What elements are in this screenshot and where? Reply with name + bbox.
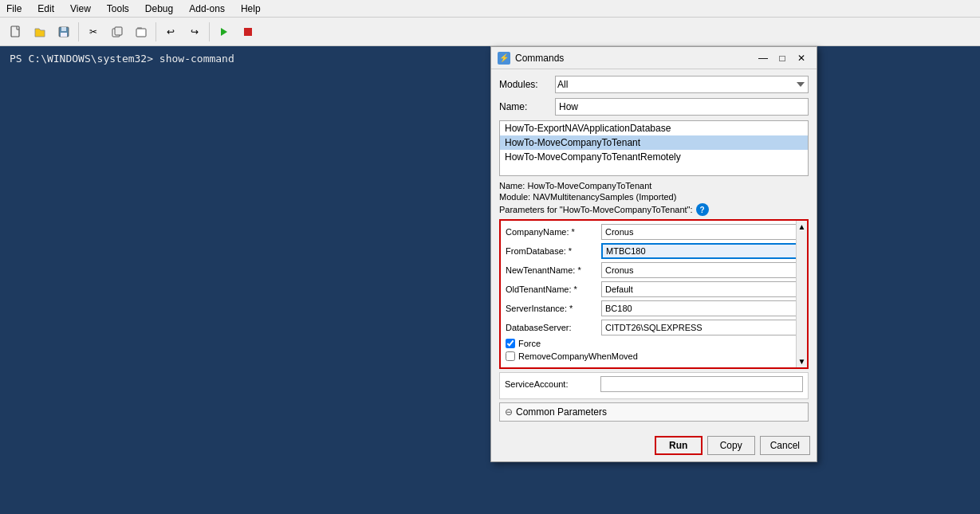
copy-button[interactable]: Copy	[707, 436, 755, 455]
extra-param-label-0: ServiceAccount:	[505, 379, 600, 389]
param-input-4[interactable]	[601, 300, 802, 316]
toolbar-copy-btn[interactable]	[106, 21, 128, 43]
help-icon[interactable]: ?	[696, 203, 709, 216]
menu-debug[interactable]: Debug	[142, 2, 176, 16]
checkbox-removecompanywhenmoved[interactable]	[506, 351, 515, 361]
dialog-titlebar: ⚡ Commands — □ ✕	[491, 47, 817, 69]
toolbar-open-btn[interactable]	[29, 21, 51, 43]
modules-select[interactable]: All	[555, 76, 809, 93]
parameters-inner-box: CompanyName: *FromDatabase: *NewTenantNa…	[499, 219, 809, 369]
extra-params: ServiceAccount:	[499, 372, 809, 399]
param-label-0: CompanyName: *	[506, 227, 601, 237]
common-parameters-row[interactable]: ⊖ Common Parameters	[499, 402, 809, 422]
svg-rect-9	[244, 28, 252, 36]
name-input[interactable]	[555, 98, 809, 116]
param-row-0: CompanyName: *	[506, 224, 802, 240]
parameters-label: Parameters for "HowTo-MoveCompanyToTenan…	[499, 205, 693, 214]
ps-prompt: PS C:\WINDOWS\system32> show-command	[10, 53, 234, 65]
info-name: Name: HowTo-MoveCompanyToTenant	[499, 181, 809, 190]
param-input-0[interactable]	[601, 224, 802, 240]
command-item-2[interactable]: HowTo-MoveCompanyToTenantRemotely	[500, 150, 808, 164]
checkbox-row-1: RemoveCompanyWhenMoved	[506, 351, 802, 361]
modules-row: Modules: All	[499, 76, 809, 93]
commands-list[interactable]: HowTo-ExportNAVApplicationDatabaseHowTo-…	[499, 120, 809, 176]
toolbar-stop-btn[interactable]	[237, 21, 259, 43]
checkbox-force[interactable]	[506, 339, 515, 348]
chevron-down-icon: ⊖	[505, 406, 513, 418]
checkbox-label-0: Force	[518, 339, 541, 348]
svg-rect-7	[136, 29, 146, 37]
menu-tools[interactable]: Tools	[104, 2, 132, 16]
dialog-minimize-btn[interactable]: —	[754, 51, 772, 65]
param-row-1: FromDatabase: *	[506, 243, 802, 259]
toolbar-redo-btn[interactable]: ↪	[183, 21, 206, 43]
toolbar-sep-2	[155, 22, 156, 41]
command-item-1[interactable]: HowTo-MoveCompanyToTenant	[500, 135, 808, 150]
dialog-titlebar-controls: — □ ✕	[754, 51, 810, 65]
svg-rect-5	[115, 27, 122, 35]
menu-view[interactable]: View	[67, 2, 94, 16]
common-parameters-label: Common Parameters	[516, 406, 607, 418]
toolbar-sep-1	[78, 22, 79, 41]
menu-addons[interactable]: Add-ons	[186, 2, 228, 16]
menu-file[interactable]: File	[3, 2, 25, 16]
menu-help[interactable]: Help	[238, 2, 264, 16]
param-label-3: OldTenantName: *	[506, 284, 601, 294]
param-label-5: DatabaseServer:	[506, 323, 601, 332]
parameters-scrollbar[interactable]: ▲ ▼	[796, 221, 807, 367]
toolbar-sep-3	[209, 22, 210, 41]
dialog-footer: Run Copy Cancel	[491, 433, 817, 461]
menu-bar: File Edit View Tools Debug Add-ons Help	[0, 0, 980, 18]
toolbar-save-btn[interactable]	[53, 21, 75, 43]
svg-rect-0	[11, 26, 19, 37]
dialog-maximize-btn[interactable]: □	[773, 51, 791, 65]
commands-dialog: ⚡ Commands — □ ✕ Modules: All Name: HowT…	[490, 46, 817, 462]
toolbar-new-btn[interactable]	[5, 21, 27, 43]
run-button[interactable]: Run	[655, 436, 703, 455]
svg-marker-8	[221, 28, 227, 36]
toolbar-cut-btn[interactable]: ✂	[82, 21, 104, 43]
dialog-titlebar-left: ⚡ Commands	[498, 52, 564, 65]
param-label-1: FromDatabase: *	[506, 246, 601, 256]
svg-rect-2	[61, 27, 66, 31]
checkbox-row-0: Force	[506, 339, 802, 348]
checkbox-label-1: RemoveCompanyWhenMoved	[518, 351, 638, 361]
param-row-2: NewTenantName: *	[506, 262, 802, 278]
extra-param-row-0: ServiceAccount:	[505, 376, 803, 392]
svg-rect-3	[61, 33, 67, 37]
param-label-4: ServerInstance: *	[506, 304, 601, 313]
modules-label: Modules:	[499, 79, 555, 90]
toolbar-paste-btn[interactable]	[130, 21, 152, 43]
dialog-close-btn[interactable]: ✕	[793, 51, 810, 65]
param-label-2: NewTenantName: *	[506, 265, 601, 275]
info-module: Module: NAVMultitenancySamples (Imported…	[499, 192, 809, 202]
param-row-5: DatabaseServer:	[506, 320, 802, 335]
param-input-5[interactable]	[601, 320, 802, 335]
extra-param-input-0[interactable]	[600, 376, 803, 392]
dialog-content: Modules: All Name: HowTo-ExportNAVApplic…	[491, 69, 817, 433]
name-row: Name:	[499, 98, 809, 116]
dialog-icon: ⚡	[498, 52, 510, 65]
name-label: Name:	[499, 101, 555, 112]
menu-edit[interactable]: Edit	[34, 2, 57, 16]
toolbar-undo-btn[interactable]: ↩	[159, 21, 182, 43]
param-row-3: OldTenantName: *	[506, 281, 802, 297]
param-input-3[interactable]	[601, 281, 802, 297]
parameters-section-header: Parameters for "HowTo-MoveCompanyToTenan…	[499, 203, 809, 216]
param-input-2[interactable]	[601, 262, 802, 278]
param-input-1[interactable]	[601, 243, 802, 259]
dialog-title: Commands	[515, 53, 564, 64]
param-row-4: ServerInstance: *	[506, 300, 802, 316]
toolbar: ✂ ↩ ↪	[0, 18, 980, 46]
command-item-0[interactable]: HowTo-ExportNAVApplicationDatabase	[500, 121, 808, 135]
parameters-content: CompanyName: *FromDatabase: *NewTenantNa…	[501, 221, 807, 367]
cancel-button[interactable]: Cancel	[760, 436, 810, 455]
toolbar-run-btn[interactable]	[213, 21, 235, 43]
